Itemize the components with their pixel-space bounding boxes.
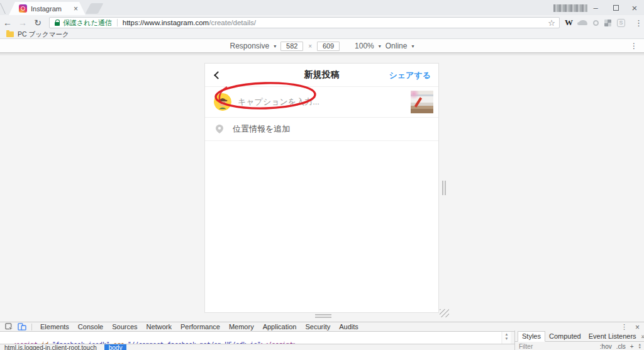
elements-scrollbar[interactable]: ▲ ▼ — [502, 332, 511, 344]
viewport-resize-handle-right[interactable] — [442, 181, 447, 195]
back-button[interactable]: ← — [0, 18, 15, 28]
caption-input[interactable]: キャプションを入力... — [238, 96, 411, 108]
new-tab-button[interactable] — [85, 3, 103, 14]
dimension-times-label: × — [308, 43, 312, 50]
dom-breadcrumb-bar: html.js.logged-in.client-root.touch body — [0, 344, 514, 350]
url-separator — [117, 19, 118, 26]
avatar-illustration — [214, 93, 231, 111]
viewport-height-input[interactable] — [317, 42, 340, 51]
tab-performance[interactable]: Performance — [176, 323, 225, 330]
extensions-row: W S ⋮ — [565, 18, 643, 28]
chevron-down-icon: ▾ — [379, 43, 381, 49]
device-viewport: 新規投稿 シェアする キャプションを入力... — [0, 53, 644, 322]
styles-filter-actions: :hov .cls + ▲ ▼ — [600, 343, 641, 350]
scroll-up-icon[interactable]: ▲ — [505, 332, 509, 337]
inspect-element-icon[interactable] — [4, 323, 13, 330]
element-classes-button[interactable]: .cls — [616, 343, 626, 350]
tab-memory[interactable]: Memory — [225, 323, 258, 330]
window-minimize-button[interactable]: – — [586, 0, 605, 15]
breadcrumb-html[interactable]: html.js.logged-in.client-root.touch — [4, 344, 97, 350]
add-location-label: 位置情報を追加 — [233, 123, 290, 135]
browser-tab-instagram[interactable]: Instagram × — [9, 2, 86, 15]
tab-close-icon[interactable]: × — [74, 4, 78, 13]
address-toolbar: ← → ↻ 保護された通信 https://www.instagram.com … — [0, 15, 644, 30]
tab-elements[interactable]: Elements — [36, 323, 74, 330]
tab-audits[interactable]: Audits — [335, 323, 363, 330]
viewport-width-input[interactable] — [280, 42, 303, 51]
devtools-panel: Elements Console Sources Network Perform… — [0, 322, 644, 350]
sidebar-tab-bar: Styles Computed Event Listeners » — [515, 330, 644, 342]
sort-arrows-icon[interactable]: ▲ ▼ — [638, 343, 641, 349]
network-throttle-select[interactable]: Online — [386, 42, 408, 50]
tab-styles[interactable]: Styles — [518, 331, 545, 342]
tab-security[interactable]: Security — [301, 323, 335, 330]
zoom-select[interactable]: 100% — [355, 42, 374, 50]
grid-extension-icon[interactable] — [604, 20, 611, 26]
viewport-resize-handle-corner[interactable] — [440, 309, 449, 317]
secure-lock-icon — [55, 22, 60, 26]
scroll-down-icon[interactable]: ▼ — [505, 337, 509, 341]
device-toolbar-menu-icon[interactable]: ⋮ — [630, 42, 638, 50]
instagram-favicon-icon — [19, 4, 27, 13]
tab-console[interactable]: Console — [74, 323, 108, 330]
caption-row: キャプションを入力... — [205, 87, 438, 118]
title-bar: Instagram × – × — [0, 0, 644, 15]
elements-tree[interactable]: <script id="facebook-jssdk" src="//conne… — [0, 332, 501, 344]
device-toolbar-toggle-icon[interactable] — [18, 323, 26, 330]
circle-extension-icon[interactable] — [593, 20, 599, 26]
chevron-down-icon: ▾ — [411, 43, 414, 49]
url-domain: https://www.instagram.com — [123, 19, 209, 26]
styles-sidebar: Styles Computed Event Listeners » Filter… — [514, 330, 644, 350]
divider — [31, 324, 32, 330]
tab-network[interactable]: Network — [142, 323, 176, 330]
device-toolbar: Responsive ▾ × 100% ▾ Online ▾ ⋮ — [0, 39, 644, 53]
tab-title: Instagram — [31, 5, 71, 13]
tab-computed[interactable]: Computed — [545, 332, 585, 341]
bookmark-star-icon[interactable]: ☆ — [548, 18, 555, 28]
device-toolbar-controls: Responsive ▾ × 100% ▾ Online ▾ — [0, 39, 644, 53]
url-path: /create/details/ — [209, 19, 548, 26]
new-style-rule-button[interactable]: + — [630, 343, 634, 350]
location-pin-icon — [216, 125, 223, 133]
breadcrumb-body-selected[interactable]: body — [104, 344, 127, 350]
tab-edge-decoration — [0, 3, 6, 14]
blurred-username — [553, 4, 587, 12]
reload-button[interactable]: ↻ — [30, 18, 45, 28]
bookmarks-bar: PC ブックマーク — [0, 30, 644, 39]
wikipedia-extension-icon[interactable]: W — [565, 18, 573, 28]
tab-sources[interactable]: Sources — [108, 323, 142, 330]
restore-icon — [613, 5, 619, 11]
chevron-down-icon: ▾ — [274, 43, 276, 49]
add-location-row[interactable]: 位置情報を追加 — [205, 118, 438, 141]
security-label[interactable]: 保護された通信 — [63, 18, 112, 28]
share-button[interactable]: シェアする — [389, 64, 431, 87]
instagram-new-post-card: 新規投稿 シェアする キャプションを入力... — [204, 63, 439, 313]
viewport-resize-handle-bottom[interactable] — [315, 314, 331, 318]
bookmark-folder-icon — [6, 31, 14, 37]
styles-filter-input[interactable]: Filter — [519, 343, 533, 350]
toggle-element-state-button[interactable]: :hov — [600, 343, 612, 350]
tab-event-listeners[interactable]: Event Listeners — [585, 332, 640, 341]
tab-application[interactable]: Application — [258, 323, 301, 330]
device-mode-select[interactable]: Responsive — [230, 42, 270, 50]
styles-filter-row: Filter :hov .cls + ▲ ▼ — [515, 342, 644, 350]
s-extension-icon[interactable]: S — [617, 19, 625, 27]
sidebar-overflow-icon[interactable]: » — [641, 332, 644, 341]
post-photo-thumbnail — [411, 91, 433, 113]
browser-window: Instagram × – × ← → ↻ 保護された通信 https://ww… — [0, 0, 644, 350]
bookmark-folder-label[interactable]: PC ブックマーク — [18, 30, 69, 39]
window-close-button[interactable]: × — [625, 0, 644, 15]
chrome-menu-icon[interactable]: ⋮ — [635, 18, 643, 28]
new-post-header: 新規投稿 シェアする — [205, 64, 438, 87]
sort-down-icon: ▼ — [638, 346, 641, 349]
window-restore-button[interactable] — [606, 0, 625, 15]
cloud-extension-icon[interactable] — [579, 20, 587, 25]
url-bar[interactable]: 保護された通信 https://www.instagram.com /creat… — [49, 17, 560, 28]
forward-button[interactable]: → — [15, 18, 30, 28]
user-avatar — [214, 93, 231, 111]
